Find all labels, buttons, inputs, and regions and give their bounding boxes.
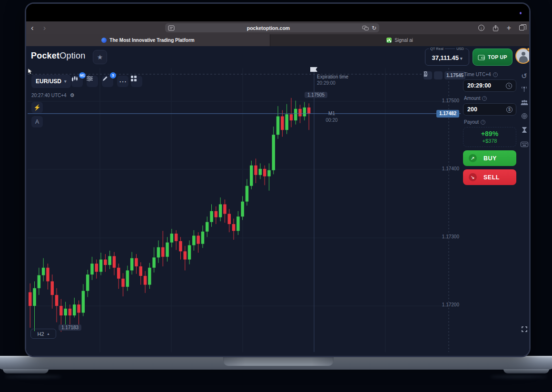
grid-icon: [131, 76, 137, 81]
help-icon[interactable]: ?: [482, 96, 487, 101]
drawing-tools-button[interactable]: 5: [102, 76, 113, 87]
amount-label: Amount: [464, 96, 480, 101]
grid: [28, 68, 449, 352]
wallet-icon: [478, 54, 485, 60]
tab-label: Signal ai: [394, 38, 413, 43]
favorites-button[interactable]: ★: [93, 50, 107, 64]
period-selector[interactable]: H2 ▴: [30, 329, 56, 339]
achievements-button[interactable]: [519, 111, 529, 121]
keyboard-icon: [521, 142, 528, 147]
translate-icon[interactable]: [362, 25, 369, 31]
tab-label: The Most Innovative Trading Platform: [109, 38, 194, 43]
downloads-icon[interactable]: ↓: [478, 25, 484, 31]
currency-label: USD: [455, 47, 465, 51]
annotation-button[interactable]: A: [31, 116, 43, 127]
period-label: H2: [37, 331, 44, 337]
tab-signal-ai[interactable]: Signal ai: [270, 34, 529, 46]
macos-menubar: [26, 4, 529, 21]
sell-button[interactable]: ↘ SELL: [463, 169, 516, 185]
chevron-down-icon: ▾: [64, 79, 67, 84]
expiration-time-input[interactable]: 20:29:00: [463, 79, 516, 92]
tab-overview-icon[interactable]: [519, 25, 524, 30]
new-tab-icon[interactable]: +: [507, 24, 511, 32]
axis-tick: 1.17300: [435, 234, 459, 239]
laptop-foot-right: [503, 369, 549, 373]
hotkeys-button[interactable]: [519, 139, 529, 149]
url-bar[interactable]: pocketoption.com ↻: [165, 23, 379, 32]
account-type-label: QT Real: [429, 47, 445, 51]
camera-indicator-dot: [520, 12, 522, 14]
mouse-cursor: [28, 68, 33, 75]
top-up-label: TOP UP: [488, 54, 507, 60]
gear-icon[interactable]: ⚙: [70, 92, 75, 98]
expiration-time: 20:29:00: [317, 80, 335, 86]
candlestick-icon: [71, 76, 78, 82]
chart-type-button[interactable]: M1: [71, 76, 83, 87]
pencil-icon: [102, 76, 108, 82]
share-icon[interactable]: [493, 25, 499, 31]
reflection-right: [490, 375, 547, 378]
dollar-icon: $: [506, 107, 513, 113]
expand-icon: [521, 326, 528, 333]
timeframe-badge: M1: [79, 72, 86, 78]
time-value: 20:29:00: [467, 82, 491, 89]
trade-panel: Time UTC+4? 20:29:00 Amount? 200 $ Payou: [463, 68, 516, 185]
countdown-timer: 00:20: [321, 118, 343, 123]
laptop-mockup: ‹ › pocketoption.com ↻ ↓: [0, 0, 552, 392]
drawings-count-badge: 5: [110, 72, 116, 78]
indicators-button[interactable]: [87, 76, 98, 87]
app-header: PocketOption ★ QT Real USD 37,111.45▾ TO…: [26, 46, 529, 68]
axis-tick: 1.17500: [435, 98, 459, 103]
balance-dropdown[interactable]: QT Real USD 37,111.45▾: [425, 49, 469, 66]
reload-icon[interactable]: ↻: [372, 25, 376, 31]
hover-price-chip[interactable]: 1.17545: [444, 71, 465, 79]
more-tools-button[interactable]: ⋯: [117, 76, 128, 87]
chevron-down-icon: ▾: [460, 56, 463, 61]
browser-toolbar: ‹ › pocketoption.com ↻ ↓: [26, 21, 529, 34]
users-icon: [521, 100, 528, 106]
help-icon[interactable]: ?: [481, 120, 485, 125]
pending-trades-button[interactable]: [519, 125, 529, 135]
expiration-label: Expiration time: [317, 74, 348, 79]
alerts-button[interactable]: [434, 71, 443, 79]
payout-percent: +89%: [463, 130, 516, 137]
hourglass-icon: [522, 127, 527, 133]
target-icon: [521, 113, 528, 119]
reader-icon: [168, 25, 175, 31]
arrow-up-right-icon: ↗: [469, 154, 477, 162]
social-trading-button[interactable]: [519, 98, 529, 108]
antenna-icon: [521, 86, 528, 92]
top-up-button[interactable]: TOP UP: [473, 49, 513, 66]
browser-tabbar: The Most Innovative Trading Platform Sig…: [26, 34, 529, 46]
symbol-selector[interactable]: EUR/USD ▾: [31, 75, 71, 88]
back-button[interactable]: ‹: [26, 24, 39, 32]
history-icon: ↺: [521, 72, 527, 80]
url-text: pocketoption.com: [177, 25, 359, 31]
notification-dot: [527, 48, 529, 51]
laptop-foot-left: [3, 369, 49, 373]
tab-pocketoption[interactable]: The Most Innovative Trading Platform: [26, 34, 270, 46]
laptop-base-notch: [223, 356, 334, 366]
star-icon: ★: [97, 53, 103, 61]
axis-tick: 1.17200: [435, 302, 459, 307]
time-label: Time UTC+4: [464, 72, 491, 77]
buy-button[interactable]: ↗ BUY: [463, 150, 516, 166]
chevron-up-icon: ▴: [48, 332, 49, 336]
help-icon[interactable]: ?: [493, 72, 498, 77]
annotation-label: A: [35, 118, 39, 125]
amount-value: 200: [467, 106, 477, 113]
laptop-screen: ‹ › pocketoption.com ↻ ↓: [26, 4, 529, 356]
arrow-down-right-icon: ↘: [469, 173, 477, 181]
trade-history-button[interactable]: ↺: [519, 71, 529, 81]
amount-input[interactable]: 200 $: [463, 103, 516, 116]
balance-amount: 37,111.45: [432, 54, 459, 61]
clock-icon: [505, 82, 513, 89]
forward-button[interactable]: ›: [39, 24, 51, 32]
pocketoption-logo[interactable]: PocketOption: [31, 51, 85, 61]
price-chart[interactable]: EUR/USD ▾ M1: [28, 68, 461, 352]
signals-button[interactable]: [519, 84, 529, 94]
layout-grid-button[interactable]: [131, 76, 142, 87]
bell-icon: [424, 71, 428, 77]
fullscreen-button[interactable]: [519, 324, 529, 334]
quick-trade-button[interactable]: ⚡: [31, 102, 43, 113]
